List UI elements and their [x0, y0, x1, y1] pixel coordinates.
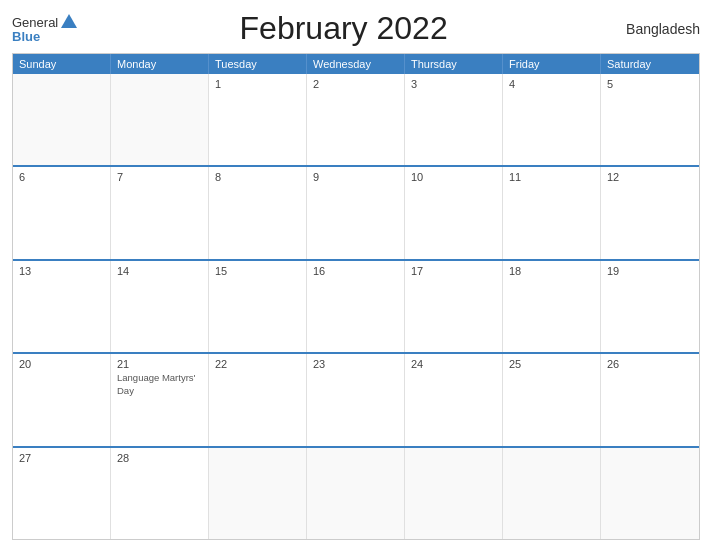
day-number: 20: [19, 358, 104, 370]
weekday-header-cell: Wednesday: [307, 54, 405, 74]
calendar-day-cell: 14: [111, 261, 209, 352]
weekday-header-cell: Thursday: [405, 54, 503, 74]
calendar-week-row: 12345: [13, 74, 699, 165]
logo-general-text: General: [12, 16, 58, 29]
calendar-day-cell: 23: [307, 354, 405, 445]
calendar-day-cell: [307, 448, 405, 539]
calendar-day-cell: [601, 448, 699, 539]
calendar-day-cell: 2: [307, 74, 405, 165]
day-number: 6: [19, 171, 104, 183]
day-number: 19: [607, 265, 693, 277]
calendar-day-cell: 9: [307, 167, 405, 258]
calendar-day-cell: 22: [209, 354, 307, 445]
calendar-header: General Blue February 2022 Bangladesh: [12, 10, 700, 47]
day-number: 23: [313, 358, 398, 370]
calendar-day-cell: 12: [601, 167, 699, 258]
calendar-day-cell: [111, 74, 209, 165]
calendar-week-row: 6789101112: [13, 165, 699, 258]
day-number: 21: [117, 358, 202, 370]
calendar-day-cell: 4: [503, 74, 601, 165]
day-number: 16: [313, 265, 398, 277]
calendar-day-cell: 27: [13, 448, 111, 539]
day-number: 2: [313, 78, 398, 90]
day-number: 5: [607, 78, 693, 90]
calendar-day-cell: 18: [503, 261, 601, 352]
calendar-day-cell: 24: [405, 354, 503, 445]
calendar-day-cell: 20: [13, 354, 111, 445]
calendar-grid: SundayMondayTuesdayWednesdayThursdayFrid…: [12, 53, 700, 540]
calendar-day-cell: 8: [209, 167, 307, 258]
calendar-day-cell: [405, 448, 503, 539]
day-number: 3: [411, 78, 496, 90]
day-number: 28: [117, 452, 202, 464]
day-number: 22: [215, 358, 300, 370]
day-event-label: Language Martyrs' Day: [117, 372, 202, 397]
calendar-day-cell: 19: [601, 261, 699, 352]
calendar-day-cell: 10: [405, 167, 503, 258]
weekday-header-row: SundayMondayTuesdayWednesdayThursdayFrid…: [13, 54, 699, 74]
calendar-day-cell: 1: [209, 74, 307, 165]
calendar-day-cell: 17: [405, 261, 503, 352]
day-number: 12: [607, 171, 693, 183]
weekday-header-cell: Saturday: [601, 54, 699, 74]
calendar-day-cell: 15: [209, 261, 307, 352]
day-number: 7: [117, 171, 202, 183]
day-number: 9: [313, 171, 398, 183]
calendar-day-cell: [503, 448, 601, 539]
day-number: 17: [411, 265, 496, 277]
logo-triangle-icon: [61, 14, 77, 28]
day-number: 26: [607, 358, 693, 370]
calendar-week-row: 2021Language Martyrs' Day2223242526: [13, 352, 699, 445]
calendar-page: General Blue February 2022 Bangladesh Su…: [0, 0, 712, 550]
calendar-day-cell: 11: [503, 167, 601, 258]
weekday-header-cell: Monday: [111, 54, 209, 74]
day-number: 15: [215, 265, 300, 277]
day-number: 8: [215, 171, 300, 183]
day-number: 27: [19, 452, 104, 464]
calendar-body: 123456789101112131415161718192021Languag…: [13, 74, 699, 539]
day-number: 1: [215, 78, 300, 90]
calendar-day-cell: 21Language Martyrs' Day: [111, 354, 209, 445]
day-number: 13: [19, 265, 104, 277]
calendar-week-row: 2728: [13, 446, 699, 539]
calendar-week-row: 13141516171819: [13, 259, 699, 352]
calendar-day-cell: 7: [111, 167, 209, 258]
calendar-day-cell: 5: [601, 74, 699, 165]
calendar-day-cell: 6: [13, 167, 111, 258]
calendar-day-cell: 28: [111, 448, 209, 539]
day-number: 25: [509, 358, 594, 370]
day-number: 11: [509, 171, 594, 183]
country-label: Bangladesh: [610, 21, 700, 37]
logo: General Blue: [12, 14, 77, 43]
weekday-header-cell: Friday: [503, 54, 601, 74]
day-number: 14: [117, 265, 202, 277]
calendar-title: February 2022: [77, 10, 610, 47]
calendar-day-cell: [13, 74, 111, 165]
weekday-header-cell: Sunday: [13, 54, 111, 74]
calendar-day-cell: 16: [307, 261, 405, 352]
calendar-day-cell: 25: [503, 354, 601, 445]
calendar-day-cell: 13: [13, 261, 111, 352]
calendar-day-cell: 26: [601, 354, 699, 445]
day-number: 4: [509, 78, 594, 90]
calendar-day-cell: 3: [405, 74, 503, 165]
day-number: 24: [411, 358, 496, 370]
day-number: 10: [411, 171, 496, 183]
calendar-day-cell: [209, 448, 307, 539]
day-number: 18: [509, 265, 594, 277]
weekday-header-cell: Tuesday: [209, 54, 307, 74]
logo-blue-text: Blue: [12, 30, 77, 43]
